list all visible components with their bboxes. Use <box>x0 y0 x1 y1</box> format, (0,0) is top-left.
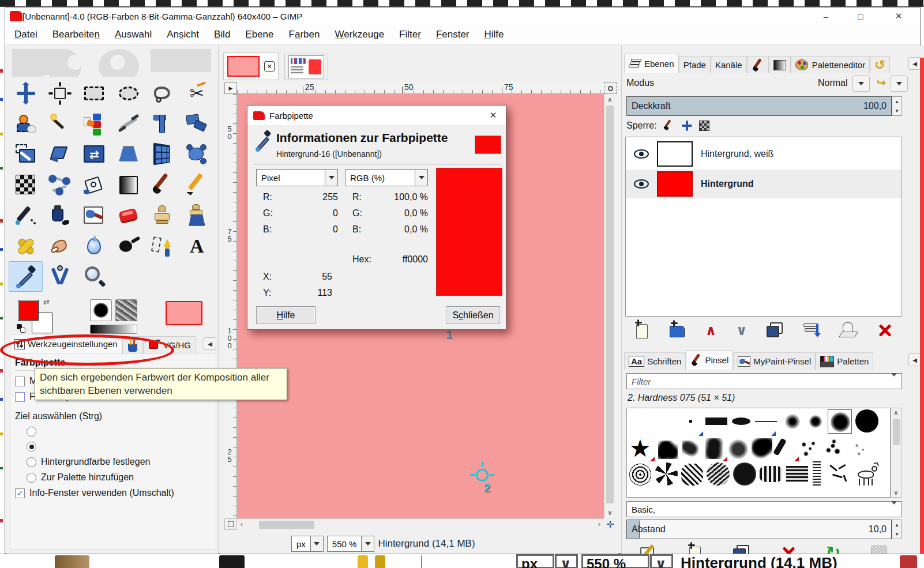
radiobutton-pick-only[interactable] <box>27 427 36 437</box>
tab-brushes-cup[interactable] <box>122 336 143 353</box>
ruler-origin-button[interactable]: ▶ <box>224 82 237 94</box>
tab-paletten[interactable]: Paletten <box>816 352 873 370</box>
radiobutton-set-background[interactable] <box>27 457 36 467</box>
radio-set-foreground[interactable] <box>27 442 211 452</box>
tool-alignment[interactable] <box>43 78 77 108</box>
layer-name[interactable]: Hintergrund <box>701 179 754 189</box>
tool-rectangle-select[interactable] <box>77 78 111 108</box>
spacing-slider[interactable]: Abstand 10,0 <box>626 520 892 539</box>
brush-item[interactable] <box>773 438 787 456</box>
layer-visibility-icon[interactable] <box>634 149 649 159</box>
tool-paintbrush[interactable] <box>145 170 179 200</box>
brush-filter-input[interactable]: Filter <box>626 373 902 389</box>
brush-item[interactable] <box>658 441 678 459</box>
brush-item[interactable] <box>850 438 870 459</box>
maximize-button[interactable]: □ <box>847 7 874 25</box>
tab-paletteneditor[interactable]: Paletteneditor <box>791 56 870 73</box>
brush-item-animal[interactable] <box>854 462 880 487</box>
scroll-up-icon[interactable]: ∧ <box>607 96 613 103</box>
brush-item[interactable] <box>828 462 851 486</box>
brush-item[interactable] <box>786 466 808 482</box>
radiobutton-add-to-palette[interactable] <box>27 473 36 483</box>
image-tab-active[interactable]: ✕ <box>223 52 279 80</box>
delete-layer-button[interactable] <box>877 323 892 338</box>
duplicate-layer-button[interactable] <box>767 322 784 338</box>
foreground-background-colors[interactable]: ⇄ <box>17 298 63 333</box>
menu-bearbeiten[interactable]: Bearbeiten <box>52 29 100 40</box>
menu-werkzeuge[interactable]: Werkzeuge <box>335 29 384 40</box>
tool-perspective-clone[interactable] <box>180 200 214 231</box>
brush-item-selected[interactable] <box>828 409 852 434</box>
tool-unified-transform[interactable] <box>145 108 179 139</box>
vertical-ruler[interactable]: 5 0 7 5 1 0 0 2 5 ▶ <box>224 94 237 518</box>
title-bar[interactable]: [Unbenannt]-4.0 (RGB-Farben 8-Bit-Gamma-… <box>5 7 920 25</box>
tab-undo-history[interactable]: ↺ <box>870 56 889 73</box>
brush-item[interactable] <box>755 421 777 422</box>
color-space-combo[interactable]: RGB (%) <box>345 169 428 186</box>
horizontal-ruler[interactable]: 25 50 75 <box>237 82 604 94</box>
brush-item[interactable] <box>728 439 748 459</box>
horizontal-scrollbar[interactable]: ‹ › <box>237 518 604 530</box>
value-type-combo[interactable]: Pixel <box>256 169 338 186</box>
option-info-window[interactable]: ✓ Info-Fenster verwenden (Umschalt) <box>15 488 211 498</box>
brush-item[interactable] <box>760 466 783 482</box>
minimize-button[interactable]: – <box>813 7 839 25</box>
tab-pinsel[interactable]: Pinsel <box>686 350 733 370</box>
radio-pick-only[interactable] <box>27 427 211 437</box>
raise-layer-button[interactable]: ∧ <box>705 322 717 338</box>
zoom-combo-arrow-icon[interactable] <box>361 536 374 551</box>
tool-free-select[interactable] <box>145 78 179 108</box>
tool-airbrush[interactable] <box>9 200 43 231</box>
tool-scale[interactable] <box>9 139 43 170</box>
modus-dropdown-icon[interactable] <box>852 76 870 92</box>
navigation-preview-button[interactable]: ✛ <box>604 518 617 530</box>
scroll-right-icon[interactable]: › <box>598 521 600 528</box>
tool-bucket-fill[interactable] <box>77 170 111 200</box>
tool-paths[interactable] <box>145 231 179 261</box>
brush-grid-scrollbar[interactable]: ∧ ∨ <box>891 408 902 498</box>
help-button[interactable]: Hilfe <box>256 306 315 324</box>
color-space-arrow-icon[interactable] <box>415 170 427 186</box>
scroll-down-icon[interactable]: ∨ <box>607 509 613 516</box>
menu-auswahl[interactable]: Auswahl <box>115 29 152 40</box>
tool-flip[interactable]: ⇄ <box>77 139 111 170</box>
tab-pfade[interactable]: Pfade <box>679 56 711 73</box>
tool-dodge-burn[interactable] <box>111 231 145 261</box>
dock-collapse-button[interactable]: ◀ <box>204 337 216 350</box>
radio-set-background[interactable]: Hintergrundfarbe festlegen <box>27 457 211 467</box>
tab-vghg[interactable]: VG/HG <box>143 336 196 353</box>
menu-farben[interactable]: Farben <box>289 29 320 40</box>
brush-item[interactable] <box>855 409 878 432</box>
tab-schriften[interactable]: Aa Schriften <box>624 352 686 370</box>
image-tab-close-icon[interactable]: ✕ <box>264 61 275 72</box>
tab-gradient-editor[interactable] <box>769 56 791 73</box>
image-tab-2[interactable] <box>284 54 328 80</box>
tool-select-by-color[interactable] <box>77 108 111 139</box>
brush-group-combo[interactable]: Basic, <box>626 501 902 517</box>
brush-item[interactable] <box>733 462 756 486</box>
tab-werkzeugeinstellungen[interactable]: Werkzeugeinstellungen <box>10 334 122 353</box>
tool-foreground-select[interactable] <box>9 108 43 139</box>
tool-n-point-deformation[interactable] <box>43 170 77 200</box>
spacing-spinner[interactable]: ▲▼ <box>892 520 902 539</box>
brush-item[interactable] <box>705 438 723 459</box>
brush-item[interactable] <box>822 437 844 459</box>
tool-gradient[interactable] <box>111 170 145 200</box>
tool-cage-transform[interactable] <box>180 139 214 170</box>
active-pattern-preview[interactable] <box>115 299 137 321</box>
brush-item[interactable] <box>752 438 772 459</box>
modus-space-dropdown-icon[interactable] <box>891 76 908 92</box>
tool-clone[interactable] <box>145 200 179 231</box>
menu-hilfe[interactable]: Hilfe <box>484 29 504 40</box>
tool-fuzzy-select[interactable] <box>43 108 77 139</box>
tab-ebenen[interactable]: Ebenen <box>624 54 679 73</box>
foreground-color-swatch[interactable] <box>18 300 39 321</box>
brush-grid[interactable]: ★ <box>626 408 891 498</box>
unit-combo[interactable]: px <box>291 536 324 552</box>
menu-datei[interactable]: Datei <box>14 29 37 40</box>
brush-item[interactable] <box>707 462 730 486</box>
tool-color-picker[interactable] <box>9 261 43 292</box>
layer-mode-switch-icon[interactable]: ↪ <box>873 76 889 92</box>
scroll-left-icon[interactable]: ‹ <box>241 521 243 528</box>
zoom-follow-window-icon[interactable] <box>604 82 617 94</box>
